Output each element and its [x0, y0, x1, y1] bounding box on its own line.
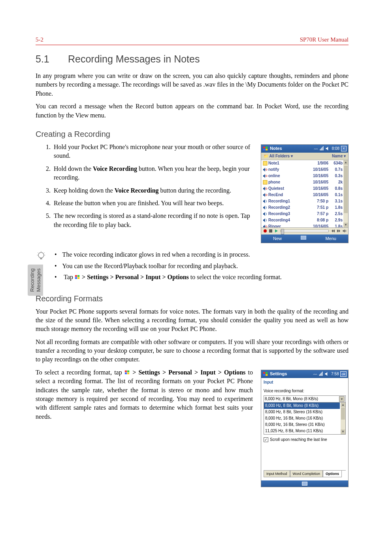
tab-word-completion[interactable]: Word Completion	[290, 471, 323, 478]
svg-rect-30	[75, 277, 77, 279]
stop-button[interactable]	[268, 229, 273, 233]
volume-button[interactable]	[342, 229, 347, 233]
scrollbar[interactable]: ▲ ▼	[343, 160, 348, 227]
connectivity-icon[interactable]	[313, 146, 318, 151]
clock[interactable]: 7:58	[331, 371, 339, 377]
format-option[interactable]: 8,000 Hz, 8 Bit, Stereo (16 KB/s)	[264, 409, 340, 415]
skip-back-button[interactable]	[331, 229, 335, 233]
folders-dropdown[interactable]: 📁 All Folders ▾	[264, 153, 293, 159]
keyboard-icon[interactable]	[302, 482, 307, 486]
scroll-down-icon[interactable]: ▼	[343, 223, 348, 227]
step-1: Hold your Pocket PC Phone's microphone n…	[52, 143, 253, 161]
file-row[interactable]: Note11/9/06634b	[261, 160, 348, 166]
format-option[interactable]: 8,000 Hz, 16 Bit, Mono (16 KB/s)	[264, 415, 340, 422]
file-date: 7:51 p	[305, 205, 328, 210]
file-row[interactable]: phone10/16/052k	[261, 179, 348, 185]
formats-para-1: Your Pocket PC Phone supports several fo…	[36, 307, 349, 334]
scroll-thumb[interactable]	[344, 166, 348, 213]
format-option[interactable]: 8,000 Hz, 8 Bit, Mono (8 KB/s)	[264, 403, 340, 409]
connectivity-icon[interactable]	[313, 371, 318, 376]
svg-rect-2	[263, 149, 265, 150]
settings-bottombar	[261, 480, 348, 487]
format-select[interactable]: 8,000 Hz, 8 Bit, Mono (8 KB/s) ▼ ▲ ▼ 8,0…	[264, 395, 346, 435]
dropdown-scrollbar[interactable]: ▲ ▼	[341, 403, 345, 434]
keyboard-icon[interactable]	[301, 236, 306, 240]
file-date: 10/16/05	[305, 192, 328, 198]
scroll-up-icon[interactable]: ▲	[341, 403, 345, 407]
section-number: 5.1	[36, 52, 65, 66]
file-size: 2k	[328, 180, 343, 185]
side-tab: RecordingMessages	[28, 265, 43, 296]
file-icon	[263, 174, 268, 178]
scroll-thumb[interactable]	[341, 408, 345, 420]
file-date: 10/16/05	[305, 186, 328, 191]
svg-rect-4	[320, 149, 320, 151]
svg-rect-35	[127, 372, 129, 374]
file-row[interactable]: online10/16/050.3s	[261, 173, 348, 179]
signal-icon[interactable]	[318, 371, 324, 376]
format-dropdown[interactable]: ▲ ▼ 8,000 Hz, 8 Bit, Mono (8 KB/s) 8,000…	[264, 403, 346, 435]
file-size: 3.1s	[328, 199, 343, 204]
tab-options[interactable]: Options	[323, 471, 342, 478]
close-button[interactable]: ×	[341, 146, 347, 151]
file-row[interactable]: RecEnd10/16/050.1s	[261, 192, 348, 198]
file-icon	[263, 212, 268, 216]
file-row[interactable]: Recording17:50 p3.1s	[261, 198, 348, 204]
menu-menu[interactable]: Menu	[325, 236, 336, 242]
svg-point-10	[266, 175, 267, 177]
svg-rect-11	[263, 180, 267, 184]
file-row[interactable]: Quietest10/16/050.8s	[261, 185, 348, 192]
file-name: notify	[268, 167, 305, 172]
file-size: 0.7s	[328, 167, 343, 172]
format-option[interactable]: 8,000 Hz, 16 Bit, Stereo (31 KB/s)	[264, 422, 340, 428]
play-button[interactable]	[274, 229, 279, 233]
settings-screenshot: Settings 7:58 ok Input Voice recording f…	[261, 370, 349, 488]
start-flag-icon[interactable]	[263, 146, 268, 151]
svg-point-13	[266, 194, 267, 196]
skip-fwd-button[interactable]	[336, 229, 341, 233]
record-button[interactable]	[263, 229, 268, 233]
creating-steps: Hold your Pocket PC Phone's microphone n…	[36, 143, 253, 229]
format-option[interactable]: 11,025 Hz, 8 Bit, Mono (11 KB/s)	[264, 428, 340, 434]
svg-rect-8	[263, 161, 267, 165]
creating-recording-heading: Creating a Recording	[36, 129, 349, 140]
svg-rect-1	[266, 147, 268, 148]
new-menu[interactable]: New	[273, 236, 282, 242]
section-title: Recording Messages in Notes	[68, 53, 200, 64]
scroll-up-icon[interactable]: ▲	[343, 160, 348, 165]
checkbox-label: Scroll upon reaching the last line	[270, 437, 327, 442]
scroll-down-icon[interactable]: ▼	[341, 429, 345, 434]
svg-rect-42	[321, 373, 322, 376]
file-row[interactable]: Ringer10/16/051.8s	[261, 223, 348, 227]
tip-block: The voice recording indicator glows in r…	[36, 250, 349, 284]
signal-icon[interactable]	[319, 146, 324, 151]
svg-rect-28	[75, 275, 77, 277]
sort-dropdown[interactable]: Name ▾	[332, 153, 346, 159]
lightbulb-icon	[36, 250, 47, 261]
file-row[interactable]: notify10/16/050.7s	[261, 166, 348, 173]
ok-button[interactable]: ok	[340, 371, 347, 377]
clock[interactable]: 8:08	[332, 146, 339, 151]
step-4: Release the button when you are finished…	[52, 199, 253, 208]
doc-title: SP70R User Manual	[300, 36, 349, 44]
start-flag-icon[interactable]	[263, 371, 268, 377]
notes-toolbar: 📁 All Folders ▾ Name ▾	[261, 153, 348, 160]
file-size: 634b	[328, 161, 343, 166]
tab-input-method[interactable]: Input Method	[264, 471, 290, 478]
svg-rect-6	[322, 147, 322, 151]
file-row[interactable]: Recording27:51 p1.8s	[261, 204, 348, 211]
dropdown-arrow-icon[interactable]: ▼	[339, 396, 345, 402]
file-row[interactable]: Recording48:08 p2.9s	[261, 217, 348, 223]
file-list[interactable]: ▲ ▼ Note11/9/06634bnotify10/16/050.7sonl…	[261, 160, 348, 227]
playback-slider[interactable]	[281, 230, 329, 232]
format-selected: 8,000 Hz, 8 Bit, Mono (8 KB/s)	[265, 396, 339, 402]
file-name: online	[268, 173, 305, 179]
scroll-checkbox[interactable]: ✓ Scroll upon reaching the last line	[264, 437, 346, 442]
checkbox-icon[interactable]: ✓	[264, 437, 268, 442]
volume-icon[interactable]	[325, 146, 330, 151]
formats-para-2: Not all recording formats are compatible…	[36, 338, 349, 364]
volume-icon[interactable]	[324, 371, 330, 376]
file-row[interactable]: Recording37:57 p2.5s	[261, 211, 348, 217]
file-name: Quietest	[268, 186, 305, 191]
section-5-1-heading: 5.1 Recording Messages in Notes	[36, 52, 349, 66]
